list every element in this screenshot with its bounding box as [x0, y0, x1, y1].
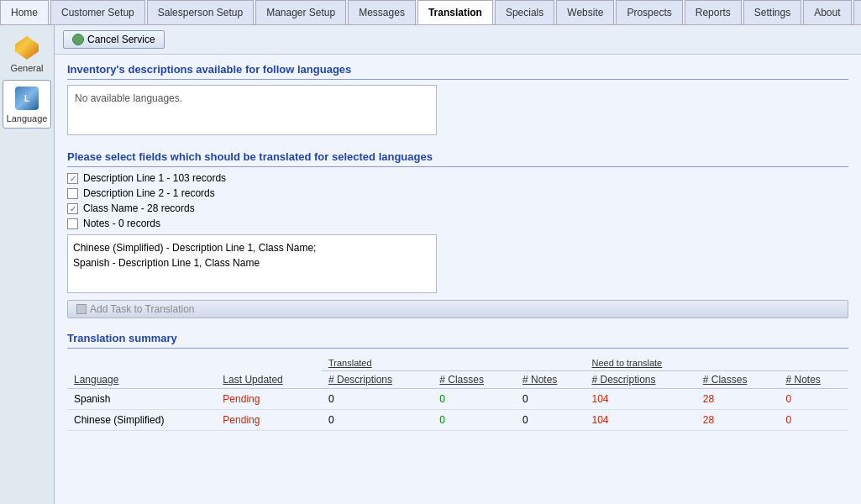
- nav-tab-customer-setup[interactable]: Customer Setup: [50, 0, 145, 24]
- task-line-2: Spanish - Description Line 1, Class Name: [73, 255, 431, 270]
- need-classes-header: # Classes: [696, 371, 780, 389]
- cancel-service-label: Cancel Service: [87, 34, 155, 45]
- row-1-cell-1: Pending: [216, 410, 322, 431]
- languages-box: No available languages.: [67, 85, 437, 135]
- row-1-cell-0: Chinese (Simplified): [67, 410, 216, 431]
- nav-tab-sign-out[interactable]: Sign Out: [853, 0, 861, 24]
- sidebar-label-language: Language: [7, 113, 48, 123]
- cancel-service-button[interactable]: Cancel Service: [63, 30, 165, 49]
- nav-tab-website[interactable]: Website: [556, 0, 614, 24]
- summary-section: Translation summary Language Last Update…: [55, 325, 861, 438]
- nav-tab-translation[interactable]: Translation: [417, 0, 493, 24]
- field-class-row: ✓ Class Name - 28 records: [67, 202, 848, 214]
- last-updated-sort[interactable]: Last Updated: [223, 374, 282, 386]
- nav-tab-reports[interactable]: Reports: [685, 0, 742, 24]
- row-0-cell-5: 104: [585, 389, 696, 410]
- row-1-cell-7: 0: [780, 410, 849, 431]
- task-summary-box: Chinese (Simplified) - Description Line …: [67, 234, 437, 293]
- fields-title: Please select fields which should be tra…: [67, 150, 848, 167]
- nav-tab-messages[interactable]: Messages: [348, 0, 416, 24]
- sidebar: GeneralLLanguage: [0, 25, 55, 504]
- summary-table: Language Last Updated Translated Need to…: [67, 355, 848, 431]
- translated-classes-header: # Classes: [433, 371, 516, 389]
- summary-title: Translation summary: [67, 332, 848, 349]
- field-desc2-row: Description Line 2 - 1 records: [67, 187, 848, 199]
- sidebar-item-language[interactable]: LLanguage: [3, 80, 51, 129]
- general-icon: [13, 34, 40, 61]
- row-0-cell-7: 0: [780, 389, 849, 410]
- toolbar: Cancel Service: [55, 25, 861, 55]
- nav-tab-prospects[interactable]: Prospects: [616, 0, 682, 24]
- add-task-button: Add Task to Translation: [67, 300, 848, 318]
- row-0-cell-2: 0: [322, 389, 433, 410]
- need-notes-header: # Notes: [780, 371, 849, 389]
- field-desc1-checkbox[interactable]: ✓: [67, 173, 78, 184]
- field-desc1-label: Description Line 1 - 103 records: [83, 172, 226, 184]
- row-1-cell-2: 0: [322, 410, 433, 431]
- translated-desc-header: # Descriptions: [322, 371, 433, 389]
- field-desc2-label: Description Line 2 - 1 records: [83, 187, 215, 199]
- row-1-cell-5: 104: [585, 410, 696, 431]
- main-layout: GeneralLLanguage Cancel Service Inventor…: [0, 25, 861, 504]
- no-languages-text: No available languages.: [75, 92, 182, 104]
- field-notes-checkbox[interactable]: [67, 218, 78, 229]
- translated-notes-header: # Notes: [516, 371, 585, 389]
- cancel-icon: [72, 34, 84, 45]
- field-notes-label: Notes - 0 records: [83, 218, 160, 229]
- need-translate-label: Need to translate: [591, 358, 662, 368]
- fields-section: Please select fields which should be tra…: [55, 144, 861, 325]
- nav-bar: HomeCustomer SetupSalesperson SetupManag…: [0, 0, 861, 25]
- nav-tab-about[interactable]: About: [803, 0, 851, 24]
- nav-tab-home[interactable]: Home: [0, 0, 49, 24]
- need-desc-header: # Descriptions: [585, 371, 696, 389]
- table-row: SpanishPending000104280: [67, 389, 848, 410]
- nav-tab-manager-setup[interactable]: Manager Setup: [255, 0, 346, 24]
- row-1-cell-4: 0: [516, 410, 585, 431]
- col-language-header: Language: [67, 355, 216, 389]
- translated-group-header: Translated: [322, 355, 585, 371]
- language-sort[interactable]: Language: [74, 374, 118, 386]
- sidebar-label-general: General: [10, 63, 43, 73]
- row-0-cell-4: 0: [516, 389, 585, 410]
- row-0-cell-1: Pending: [216, 389, 322, 410]
- row-0-cell-0: Spanish: [67, 389, 216, 410]
- inventory-title: Inventory's descriptions available for f…: [67, 63, 848, 80]
- add-task-label: Add Task to Translation: [90, 303, 195, 315]
- add-task-icon: [76, 304, 87, 314]
- row-1-cell-6: 28: [696, 410, 780, 431]
- field-notes-row: Notes - 0 records: [67, 218, 848, 229]
- need-translate-group-header: Need to translate: [585, 355, 848, 371]
- translated-label: Translated: [328, 358, 372, 368]
- content-area: Cancel Service Inventory's descriptions …: [55, 25, 861, 504]
- sidebar-item-general[interactable]: General: [3, 29, 51, 78]
- nav-tab-specials[interactable]: Specials: [495, 0, 554, 24]
- row-1-cell-3: 0: [433, 410, 516, 431]
- col-last-updated-header: Last Updated: [216, 355, 322, 389]
- table-row: Chinese (Simplified)Pending000104280: [67, 410, 848, 431]
- nav-tab-salesperson-setup[interactable]: Salesperson Setup: [147, 0, 254, 24]
- nav-tab-settings[interactable]: Settings: [743, 0, 801, 24]
- field-desc2-checkbox[interactable]: [67, 188, 78, 199]
- row-0-cell-3: 0: [433, 389, 516, 410]
- inventory-section: Inventory's descriptions available for f…: [55, 55, 861, 144]
- field-class-label: Class Name - 28 records: [83, 202, 195, 214]
- task-line-1: Chinese (Simplified) - Description Line …: [73, 240, 431, 255]
- field-desc1-row: ✓ Description Line 1 - 103 records: [67, 172, 848, 184]
- field-class-checkbox[interactable]: ✓: [67, 203, 78, 214]
- language-icon: L: [13, 85, 40, 112]
- row-0-cell-6: 28: [696, 389, 780, 410]
